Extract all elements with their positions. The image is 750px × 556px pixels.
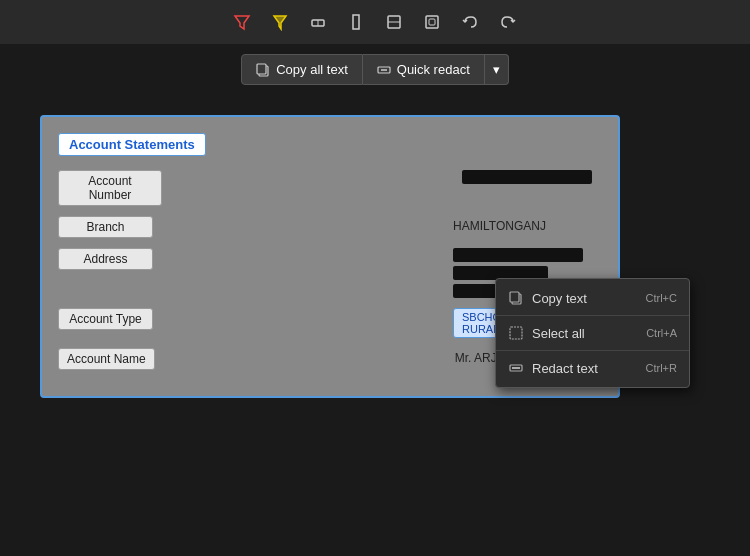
- svg-rect-15: [510, 327, 522, 339]
- account-number-redacted: [462, 170, 592, 184]
- context-select-all-label: Select all: [532, 326, 585, 341]
- highlight-icon[interactable]: [268, 10, 292, 34]
- eraser-icon[interactable]: [306, 10, 330, 34]
- context-select-all-left: Select all: [508, 325, 585, 341]
- select-all-icon: [508, 325, 524, 341]
- address-redacted-1: [453, 248, 583, 262]
- quick-redact-icon: [377, 63, 391, 77]
- copy-icon: [508, 290, 524, 306]
- address-label: Address: [58, 248, 153, 270]
- section-title: Account Statements: [58, 133, 206, 156]
- context-copy-text-left: Copy text: [508, 290, 587, 306]
- quick-redact-button[interactable]: Quick redact: [363, 54, 485, 85]
- undo-icon[interactable]: [458, 10, 482, 34]
- copy-shortcut: Ctrl+C: [646, 292, 677, 304]
- context-divider-1: [496, 315, 689, 316]
- branch-text: HAMILTONGANJ: [453, 219, 546, 233]
- svg-rect-8: [429, 19, 435, 25]
- svg-rect-14: [510, 292, 519, 302]
- account-number-value: [462, 170, 602, 184]
- context-menu: Copy text Ctrl+C Select all Ctrl+A: [495, 278, 690, 388]
- filter-icon[interactable]: [230, 10, 254, 34]
- context-copy-text[interactable]: Copy text Ctrl+C: [496, 283, 689, 313]
- account-number-row: Account Number: [58, 170, 602, 206]
- content-area: Account Statements Account Number Branch…: [0, 95, 750, 418]
- context-divider-2: [496, 350, 689, 351]
- redact-icon: [508, 360, 524, 376]
- dropdown-arrow-icon: ▾: [493, 62, 500, 77]
- redact-shortcut: Ctrl+R: [646, 362, 677, 374]
- stamp-icon[interactable]: [420, 10, 444, 34]
- dropdown-button[interactable]: ▾: [485, 54, 509, 85]
- quick-redact-label: Quick redact: [397, 62, 470, 77]
- context-select-all[interactable]: Select all Ctrl+A: [496, 318, 689, 348]
- toolbar: [0, 0, 750, 44]
- select-all-shortcut: Ctrl+A: [646, 327, 677, 339]
- context-redact-text[interactable]: Redact text Ctrl+R: [496, 353, 689, 383]
- context-redact-text-left: Redact text: [508, 360, 598, 376]
- branch-value: HAMILTONGANJ: [453, 216, 593, 234]
- crop-icon[interactable]: [382, 10, 406, 34]
- svg-rect-4: [353, 15, 359, 29]
- action-bar: Copy all text Quick redact ▾: [0, 44, 750, 95]
- context-copy-text-label: Copy text: [532, 291, 587, 306]
- svg-rect-10: [257, 64, 266, 74]
- copy-all-text-label: Copy all text: [276, 62, 348, 77]
- svg-rect-7: [426, 16, 438, 28]
- copy-all-text-button[interactable]: Copy all text: [241, 54, 363, 85]
- copy-all-text-icon: [256, 63, 270, 77]
- account-type-label: Account Type: [58, 308, 153, 330]
- svg-marker-1: [274, 16, 286, 29]
- svg-rect-17: [512, 367, 520, 369]
- branch-row: Branch HAMILTONGANJ: [58, 216, 602, 238]
- account-name-label: Account Name: [58, 348, 155, 370]
- bookmark-icon[interactable]: [344, 10, 368, 34]
- context-redact-text-label: Redact text: [532, 361, 598, 376]
- svg-marker-0: [235, 16, 249, 29]
- branch-label: Branch: [58, 216, 153, 238]
- redo-icon[interactable]: [496, 10, 520, 34]
- account-number-label: Account Number: [58, 170, 162, 206]
